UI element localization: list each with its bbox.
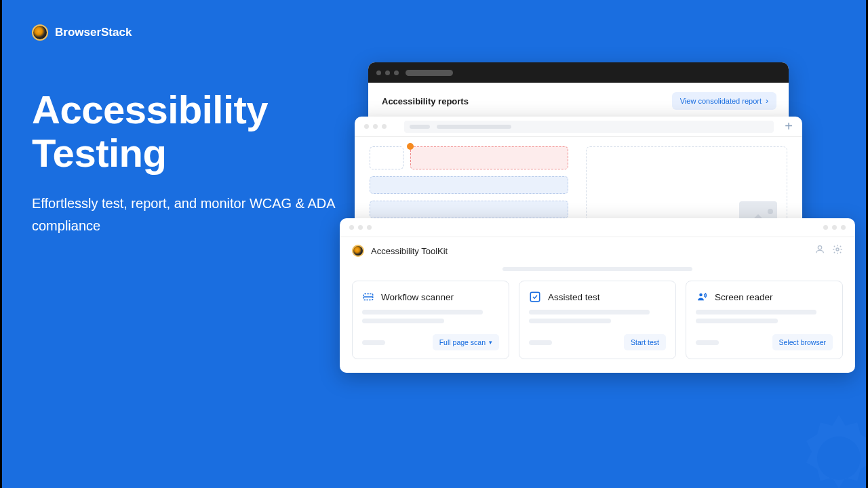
mock-box (370, 201, 568, 218)
hero-subtitle: Effortlessly test, report, and monitor W… (32, 192, 344, 237)
reports-title: Accessibility reports (382, 96, 469, 106)
hero-section: Accessibility Testing Effortlessly test,… (32, 88, 344, 237)
traffic-dot-icon (382, 124, 387, 129)
select-browser-button[interactable]: Select browser (772, 334, 833, 350)
card-title: Assisted test (548, 292, 600, 302)
traffic-dot-icon (823, 225, 828, 230)
traffic-dot-icon (373, 124, 378, 129)
skeleton-line (529, 310, 650, 314)
traffic-dot-icon (832, 225, 837, 230)
toolkit-title: Accessibility ToolKit (371, 246, 448, 256)
traffic-dot-icon (841, 225, 846, 230)
browserstack-logo-icon (352, 245, 364, 257)
title-placeholder (406, 70, 453, 76)
svg-rect-4 (530, 292, 540, 302)
skeleton-line (529, 340, 552, 345)
button-label: View consolidated report (680, 97, 762, 105)
skeleton-line (362, 340, 385, 345)
window-titlebar-light: + (355, 117, 802, 137)
traffic-dot-icon (364, 124, 369, 129)
skeleton-line (529, 319, 611, 323)
traffic-dot-icon (367, 225, 372, 230)
traffic-dot-icon (358, 225, 363, 230)
chevron-down-icon: ▾ (489, 339, 492, 346)
chevron-right-icon: › (766, 96, 768, 106)
button-label: Start test (631, 338, 659, 346)
card-grid: Workflow scanner Full page scan ▾ (340, 281, 855, 373)
traffic-dot-icon (349, 225, 354, 230)
url-segment (437, 125, 511, 129)
traffic-dot-icon (376, 70, 381, 75)
check-icon (529, 291, 541, 303)
background-gear-icon (785, 404, 868, 488)
card-title: Screen reader (715, 292, 773, 302)
traffic-dot-icon (394, 70, 399, 75)
svg-point-5 (699, 293, 703, 297)
error-dot-icon (407, 143, 414, 150)
view-consolidated-report-button[interactable]: View consolidated report › (672, 92, 776, 110)
skeleton-line (696, 340, 719, 345)
skeleton-line (362, 310, 483, 314)
workflow-scanner-card[interactable]: Workflow scanner Full page scan ▾ (352, 281, 509, 359)
browserstack-logo-icon (32, 24, 48, 41)
url-segment (410, 125, 430, 129)
full-page-scan-button[interactable]: Full page scan ▾ (433, 334, 499, 350)
scanner-icon (362, 291, 374, 303)
mock-error-box (410, 146, 568, 169)
mock-box (370, 146, 403, 169)
toolkit-window: Accessibility ToolKit Workflow scanner (340, 218, 855, 373)
assisted-test-card[interactable]: Assisted test Start test (519, 281, 676, 359)
skeleton-line (362, 319, 444, 323)
address-bar[interactable] (404, 121, 774, 133)
svg-point-0 (818, 246, 821, 249)
card-title: Workflow scanner (381, 292, 454, 302)
brand-logo: BrowserStack (32, 24, 132, 41)
start-test-button[interactable]: Start test (624, 334, 666, 350)
window-titlebar-dark (368, 62, 789, 83)
hero-title: Accessibility Testing (32, 88, 344, 175)
new-tab-icon[interactable]: + (785, 119, 793, 134)
svg-point-1 (836, 248, 839, 251)
button-label: Full page scan (439, 338, 486, 346)
skeleton-line (696, 319, 778, 323)
brand-name: BrowserStack (55, 26, 132, 39)
gear-icon[interactable] (832, 244, 843, 258)
screen-reader-icon (696, 291, 708, 303)
skeleton-bar (502, 267, 692, 271)
button-label: Select browser (779, 338, 826, 346)
screen-reader-card[interactable]: Screen reader Select browser (686, 281, 843, 359)
skeleton-line (696, 310, 816, 314)
traffic-dot-icon (385, 70, 390, 75)
mock-box (370, 176, 568, 194)
user-icon[interactable] (814, 244, 825, 258)
window-stack: Accessibility reports View consolidated … (355, 62, 856, 415)
window-titlebar-light (340, 218, 855, 237)
